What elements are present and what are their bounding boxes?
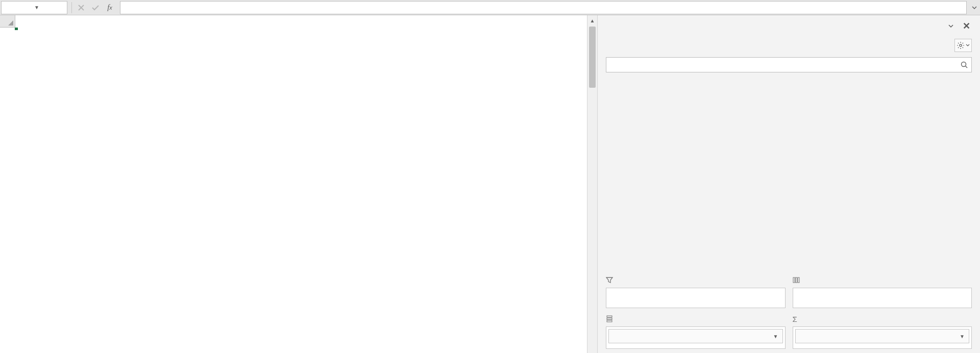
- fx-icon: fx: [107, 3, 112, 12]
- close-pane-button[interactable]: ✕: [961, 20, 972, 32]
- vertical-scrollbar[interactable]: ▲: [587, 15, 597, 353]
- pivottable-fields-pane: ✕: [597, 15, 980, 353]
- formula-input[interactable]: [120, 4, 966, 12]
- column-headers: [0, 15, 587, 28]
- area-columns: [793, 274, 972, 308]
- sigma-icon: Σ: [793, 315, 797, 323]
- svg-rect-3: [793, 278, 795, 283]
- chevron-down-icon: [966, 43, 970, 47]
- svg-rect-7: [607, 318, 612, 320]
- search-icon: [957, 61, 971, 69]
- area-filters: [606, 274, 786, 308]
- filter-icon: [606, 276, 613, 284]
- columns-icon: [793, 276, 800, 284]
- rows-icon: [606, 315, 613, 322]
- accept-formula-button[interactable]: [88, 1, 103, 14]
- drag-areas-label: [606, 249, 972, 269]
- row-headers: [0, 28, 15, 353]
- select-all-corner[interactable]: [0, 15, 15, 28]
- svg-rect-6: [607, 316, 612, 317]
- chevron-down-icon[interactable]: ▼: [773, 334, 778, 339]
- area-rows: ▼: [606, 313, 786, 349]
- name-box[interactable]: ▼: [1, 1, 67, 14]
- scroll-up-icon[interactable]: ▲: [587, 15, 597, 26]
- area-filters-dropzone[interactable]: [606, 288, 786, 308]
- field-search-input[interactable]: [606, 61, 957, 69]
- rows-pill[interactable]: ▼: [608, 329, 783, 343]
- expand-formula-bar-button[interactable]: [969, 1, 980, 14]
- selection-outline: [15, 28, 17, 30]
- name-box-wrap: ▼: [0, 0, 69, 15]
- area-values-dropzone[interactable]: ▼: [793, 326, 972, 349]
- field-list-settings-button[interactable]: [954, 39, 972, 52]
- chevron-down-icon[interactable]: ▼: [34, 5, 64, 10]
- field-search[interactable]: [606, 57, 972, 72]
- svg-rect-5: [798, 278, 799, 283]
- formula-input-wrap: [120, 1, 967, 14]
- formula-bar: ▼ fx: [0, 0, 980, 15]
- svg-line-2: [966, 66, 968, 68]
- pane-options-button[interactable]: [945, 20, 957, 32]
- svg-point-1: [962, 62, 966, 67]
- chevron-down-icon[interactable]: ▼: [960, 334, 965, 339]
- cancel-formula-button[interactable]: [74, 1, 88, 14]
- area-columns-dropzone[interactable]: [793, 288, 972, 308]
- scroll-thumb[interactable]: [589, 27, 596, 88]
- divider: [71, 2, 72, 13]
- svg-point-0: [960, 44, 962, 46]
- spreadsheet: [0, 15, 587, 353]
- area-values: Σ ▼: [793, 313, 972, 349]
- values-pill[interactable]: ▼: [795, 329, 970, 343]
- svg-rect-4: [795, 278, 797, 283]
- insert-function-button[interactable]: fx: [103, 1, 117, 14]
- area-rows-dropzone[interactable]: ▼: [606, 326, 786, 349]
- svg-rect-8: [607, 320, 612, 322]
- gear-icon: [957, 41, 965, 49]
